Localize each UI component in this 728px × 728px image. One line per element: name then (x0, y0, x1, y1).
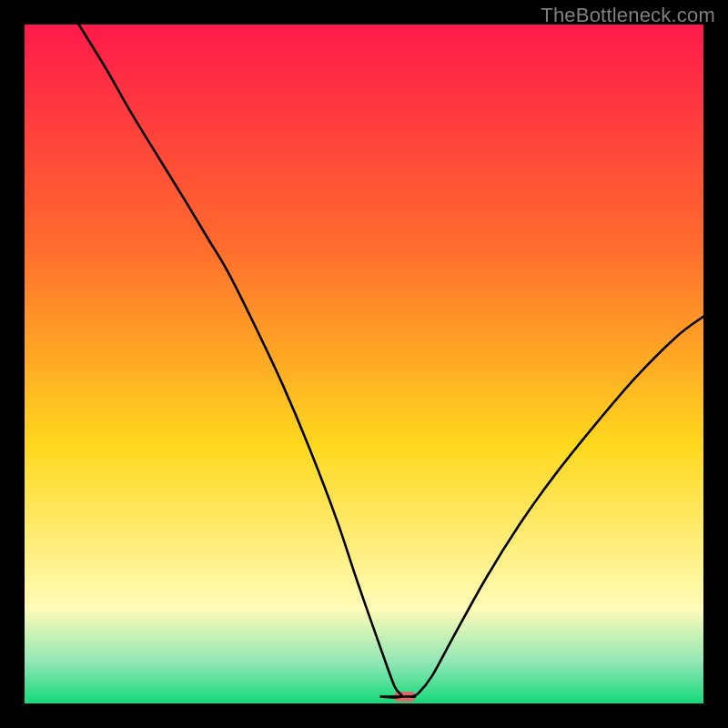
curve-right (411, 317, 703, 697)
plot-svg (25, 25, 703, 703)
watermark-text: TheBottleneck.com (541, 4, 715, 27)
curve-left (79, 25, 415, 697)
